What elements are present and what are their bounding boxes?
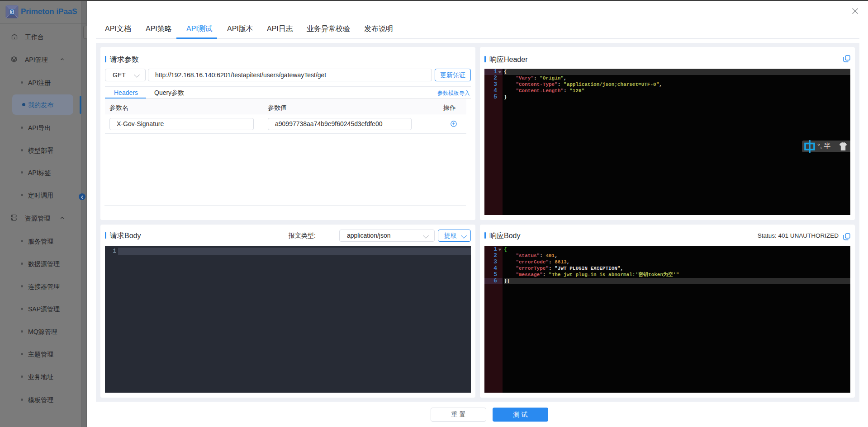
- svg-text:P: P: [11, 10, 13, 14]
